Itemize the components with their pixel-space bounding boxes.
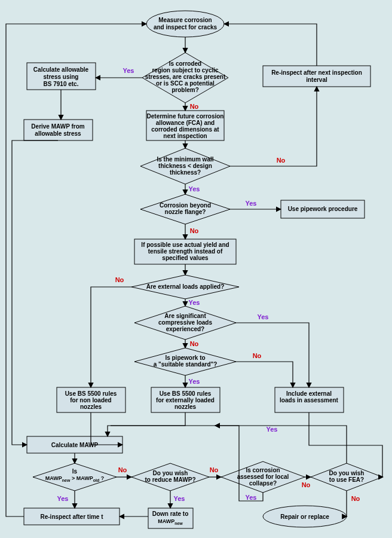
lbl-y6: Yes [189, 378, 200, 385]
lbl-y5: Yes [258, 313, 269, 320]
t-n16: Include externalloads in assessment [280, 390, 338, 404]
t-n12: Are significantcompressive loadsexperien… [158, 313, 212, 332]
lbl-n9: No [302, 481, 311, 488]
lbl-n5: No [190, 340, 199, 347]
lbl-no: No [190, 103, 199, 110]
t-n8: Corrosion beyondnozzle flange? [160, 202, 211, 215]
t-n21: Do you wishto use FEA? [329, 470, 365, 483]
t-n24: Repair or replace [280, 513, 329, 520]
lbl-y10: Yes [267, 426, 278, 433]
lbl-n6: No [253, 352, 262, 359]
lbl-yes: Yes [123, 67, 134, 74]
lbl-n4: No [115, 276, 124, 283]
lbl-y3: Yes [246, 200, 257, 207]
lbl-n3: No [190, 227, 199, 234]
t-n9: Use pipework procedure [288, 206, 358, 212]
lbl-y2: Yes [189, 185, 200, 192]
t-n5: Derive MAWP fromallowable stress [31, 123, 84, 137]
t-n22: Re-inspect after time t [40, 513, 103, 520]
t-n1: Measure corrosionand inspect for cracks [154, 17, 218, 30]
lbl-y8: Yes [174, 495, 185, 502]
lbl-y4: Yes [189, 299, 200, 306]
lbl-y7: Yes [57, 495, 69, 502]
lbl-n8: No [210, 466, 219, 473]
lbl-n7: No [118, 466, 127, 473]
t-n11: Are external loads applied? [146, 283, 225, 290]
t-n2: Is corrodedregion subject to cyclicstres… [145, 60, 226, 93]
lbl-no2: No [277, 157, 286, 164]
lbl-n10: No [351, 495, 360, 502]
lbl-y9: Yes [246, 494, 257, 501]
